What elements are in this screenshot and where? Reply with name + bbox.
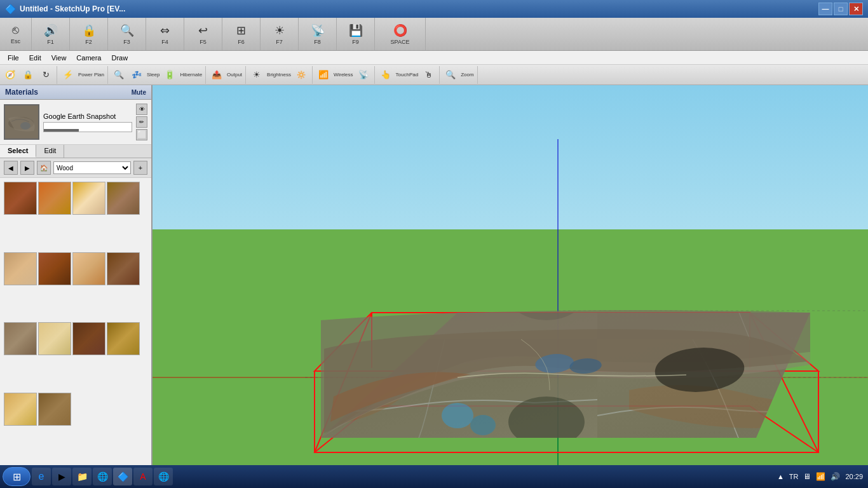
f8-icon: 📡 bbox=[311, 24, 325, 37]
app-icon: 🔷 bbox=[5, 4, 16, 14]
pencil-icon[interactable]: ✏ bbox=[136, 116, 147, 128]
start-button[interactable]: ⊞ bbox=[3, 467, 31, 486]
swatch-13[interactable] bbox=[4, 393, 37, 426]
tab-edit[interactable]: Edit bbox=[36, 145, 64, 158]
hibernate-button[interactable]: 🔋 bbox=[161, 66, 179, 84]
swatch-8[interactable] bbox=[107, 252, 140, 285]
f4-label: F4 bbox=[161, 39, 168, 45]
taskbar-ie[interactable]: e bbox=[32, 468, 51, 485]
swatch-9[interactable] bbox=[4, 322, 37, 355]
taskbar-chrome[interactable]: 🌐 bbox=[93, 468, 112, 485]
esc-label: Esc bbox=[11, 38, 20, 44]
close-button[interactable]: ✕ bbox=[849, 3, 863, 15]
taskbar-sketchup[interactable]: 🔷 bbox=[113, 468, 132, 485]
category-select[interactable]: WoodStoneConcreteMetalRoofingBrick bbox=[53, 161, 131, 174]
menubar: File Edit View Camera Draw bbox=[0, 51, 868, 65]
f4-key[interactable]: ⇔ F4 bbox=[146, 18, 184, 50]
material-side-icons: 👁 ✏ ⬜ bbox=[136, 104, 147, 140]
f1-icon: 🔊 bbox=[44, 24, 58, 37]
swatch-10[interactable] bbox=[38, 322, 71, 355]
search-button[interactable]: 🔍 bbox=[110, 66, 128, 84]
f3-key[interactable]: 🔍 F3 bbox=[108, 18, 146, 50]
swatch-3[interactable] bbox=[72, 182, 105, 215]
wireless2-button[interactable]: 📡 bbox=[355, 66, 372, 84]
f6-label: F6 bbox=[238, 39, 245, 45]
material-preview: Google Earth Snapshot 👁 ✏ ⬜ bbox=[0, 100, 151, 145]
f6-key[interactable]: ⊞ F6 bbox=[222, 18, 261, 50]
output-button[interactable]: 📤 bbox=[208, 66, 226, 84]
3d-viewport[interactable] bbox=[153, 85, 868, 465]
f8-key[interactable]: 📡 F8 bbox=[299, 18, 337, 50]
eraser-icon[interactable]: ⬜ bbox=[136, 129, 147, 140]
tray-signal-icon: 📶 bbox=[816, 472, 825, 481]
menu-draw[interactable]: Draw bbox=[106, 53, 133, 63]
taskbar-wmp[interactable]: ▶ bbox=[52, 468, 71, 485]
menu-file[interactable]: File bbox=[3, 53, 24, 63]
sketchup-icon: 🔷 bbox=[118, 471, 128, 482]
swatch-12[interactable] bbox=[107, 322, 140, 355]
rotate-button[interactable]: ↻ bbox=[37, 66, 55, 84]
tray-up-arrow[interactable]: ▲ bbox=[777, 473, 784, 480]
adobe-icon: A bbox=[140, 471, 146, 482]
f9-label: F9 bbox=[352, 39, 359, 45]
menu-edit[interactable]: Edit bbox=[24, 53, 46, 63]
add-material-button[interactable]: + bbox=[133, 161, 147, 175]
zoom-button[interactable]: 🔍 bbox=[442, 66, 459, 84]
lock-button[interactable]: 🔒 bbox=[19, 66, 37, 84]
power-plan-label: Power Plan bbox=[78, 72, 104, 78]
f7-label: F7 bbox=[276, 39, 283, 45]
locale-indicator: TR bbox=[789, 473, 799, 480]
swatch-7[interactable] bbox=[72, 252, 105, 285]
nav-forward-button[interactable]: ▶ bbox=[20, 161, 34, 175]
touchpad2-button[interactable]: 🖱 bbox=[419, 66, 437, 84]
tray-monitor-icon: 🖥 bbox=[803, 472, 811, 481]
f5-key[interactable]: ↩ F5 bbox=[184, 18, 222, 50]
power-plan-button[interactable]: ⚡ bbox=[59, 66, 77, 84]
mute-label[interactable]: Mute bbox=[132, 89, 146, 96]
maximize-button[interactable]: □ bbox=[834, 3, 848, 15]
tray-volume-icon: 🔊 bbox=[831, 472, 840, 481]
menu-view[interactable]: View bbox=[46, 53, 72, 63]
taskbar-folder[interactable]: 📁 bbox=[72, 468, 92, 485]
swatch-2[interactable] bbox=[38, 182, 71, 215]
f7-key[interactable]: ☀ F7 bbox=[261, 18, 299, 50]
f7-icon: ☀ bbox=[275, 24, 285, 37]
wmp-icon: ▶ bbox=[58, 471, 65, 482]
sleep-button[interactable]: 💤 bbox=[128, 66, 146, 84]
toolbar-section-navigation: 🧭 🔒 ↻ bbox=[1, 66, 57, 84]
taskbar-network[interactable]: 🌐 bbox=[154, 468, 173, 485]
clock: 20:29 bbox=[845, 473, 863, 480]
compass-button[interactable]: 🧭 bbox=[1, 66, 19, 84]
tab-select[interactable]: Select bbox=[0, 145, 36, 158]
brightness-button[interactable]: ☀ bbox=[248, 66, 266, 84]
swatch-6[interactable] bbox=[38, 252, 71, 285]
taskbar-adobe[interactable]: A bbox=[133, 468, 153, 485]
esc-key[interactable]: ⎋ Esc bbox=[0, 18, 32, 50]
swatch-4[interactable] bbox=[107, 182, 140, 215]
f2-key[interactable]: 🔒 F2 bbox=[70, 18, 108, 50]
f5-icon: ↩ bbox=[198, 24, 208, 37]
panel-title: Materials bbox=[5, 88, 38, 97]
touchpad-button[interactable]: 👆 bbox=[377, 66, 395, 84]
f2-icon: 🔒 bbox=[82, 24, 96, 37]
output-label: Output bbox=[227, 72, 242, 78]
toolbar-section-tools: 🔍 💤 Sleep 🔋 Hibernate bbox=[110, 66, 206, 84]
menu-camera[interactable]: Camera bbox=[71, 53, 106, 63]
minimize-button[interactable]: — bbox=[818, 3, 832, 15]
swatch-5[interactable] bbox=[4, 252, 37, 285]
eye-icon[interactable]: 👁 bbox=[136, 104, 147, 115]
swatch-14[interactable] bbox=[38, 393, 71, 426]
wireless-button[interactable]: 📶 bbox=[315, 66, 332, 84]
swatch-1[interactable] bbox=[4, 182, 37, 215]
nav-home-button[interactable]: 🏠 bbox=[37, 161, 51, 175]
f9-key[interactable]: 💾 F9 bbox=[337, 18, 375, 50]
f1-key[interactable]: 🔊 F1 bbox=[32, 18, 70, 50]
material-name-area: Google Earth Snapshot bbox=[43, 112, 132, 132]
swatch-11[interactable] bbox=[72, 322, 105, 355]
sleep-label: Sleep bbox=[147, 72, 159, 78]
f6-icon: ⊞ bbox=[236, 24, 246, 37]
brightness-down-button[interactable]: 🔅 bbox=[292, 66, 310, 84]
space-key[interactable]: ⭕ SPACE bbox=[375, 18, 426, 50]
f5-label: F5 bbox=[200, 39, 207, 45]
nav-back-button[interactable]: ◀ bbox=[4, 161, 18, 175]
